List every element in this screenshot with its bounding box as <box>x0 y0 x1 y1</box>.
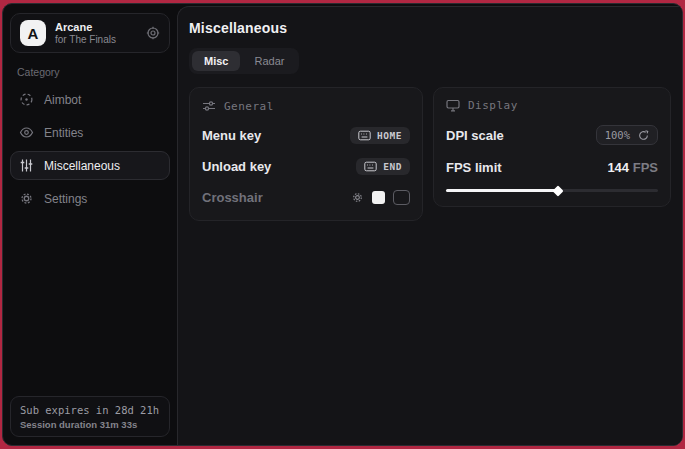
aimbot-crosshair-icon <box>19 92 34 107</box>
menu-key-label: Menu key <box>202 128 261 143</box>
crosshair-color-swatch[interactable] <box>372 191 385 204</box>
category-label: Category <box>17 66 170 78</box>
crosshair-settings-gear-icon[interactable] <box>351 191 364 204</box>
sidebar: A Arcane for The Finals Category <box>3 4 177 445</box>
display-card: Display DPI scale 100% <box>433 87 671 207</box>
sidebar-item-miscellaneous[interactable]: Miscellaneous <box>10 151 170 180</box>
app-logo: A <box>20 20 46 46</box>
sliders-vertical-icon <box>19 158 34 173</box>
fps-limit-label: FPS limit <box>446 160 502 175</box>
brand-card: A Arcane for The Finals <box>10 13 170 53</box>
fps-limit-slider[interactable] <box>446 189 658 192</box>
dpi-scale-label: DPI scale <box>446 128 504 143</box>
entities-eye-icon <box>19 125 34 140</box>
general-card: General Menu key HOME <box>189 87 423 221</box>
sidebar-item-label: Entities <box>44 126 83 140</box>
keyboard-icon <box>358 130 371 141</box>
sliders-horizontal-icon <box>202 99 216 113</box>
sidebar-item-aimbot[interactable]: Aimbot <box>10 85 170 114</box>
monitor-icon <box>446 99 460 112</box>
app-subtitle: for The Finals <box>55 34 116 45</box>
keyboard-icon <box>364 161 377 172</box>
sidebar-item-label: Aimbot <box>44 93 81 107</box>
tab-bar: Misc Radar <box>189 48 299 74</box>
gear-icon <box>19 191 34 206</box>
sidebar-nav: Aimbot Entities <box>10 85 170 213</box>
dpi-scale-control[interactable]: 100% <box>596 125 658 145</box>
sub-expiry-text: Sub expires in 28d 21h <box>20 404 160 416</box>
fps-unit: FPS <box>633 160 658 175</box>
main-panel: Miscellaneous Misc Radar Gene <box>177 6 682 445</box>
dpi-scale-value: 100% <box>605 129 630 141</box>
crosshair-label: Crosshair <box>202 190 263 205</box>
fps-number: 144 <box>607 160 629 175</box>
cards-row: General Menu key HOME <box>189 87 671 221</box>
menu-key-row: Menu key HOME <box>202 126 410 144</box>
unload-key-bind-button[interactable]: END <box>356 158 410 175</box>
app-name: Arcane <box>55 21 116 33</box>
subscription-info-box: Sub expires in 28d 21h Session duration … <box>10 396 170 437</box>
general-card-header: General <box>202 99 410 113</box>
sidebar-item-entities[interactable]: Entities <box>10 118 170 147</box>
crosshair-controls <box>351 190 410 205</box>
display-card-header: Display <box>446 99 658 112</box>
general-card-title: General <box>224 100 274 113</box>
sidebar-item-label: Settings <box>44 192 87 206</box>
session-target-icon[interactable] <box>146 26 160 40</box>
fps-slider-fill <box>446 189 558 192</box>
session-duration-text: Session duration 31m 33s <box>20 419 160 430</box>
tab-misc[interactable]: Misc <box>192 51 240 71</box>
app-window: A Arcane for The Finals Category <box>2 3 683 446</box>
unload-key-value: END <box>383 161 402 172</box>
page-title: Miscellaneous <box>189 20 671 36</box>
menu-key-bind-button[interactable]: HOME <box>350 127 410 144</box>
unload-key-row: Unload key END <box>202 157 410 175</box>
dpi-scale-row: DPI scale 100% <box>446 125 658 145</box>
crosshair-toggle-checkbox[interactable] <box>393 190 410 205</box>
sidebar-item-settings[interactable]: Settings <box>10 184 170 213</box>
fps-limit-value: 144 FPS <box>607 160 658 175</box>
fps-slider-handle[interactable] <box>553 185 564 196</box>
menu-key-value: HOME <box>377 130 402 141</box>
display-card-title: Display <box>468 99 518 112</box>
sidebar-item-label: Miscellaneous <box>44 159 120 173</box>
brand-text: Arcane for The Finals <box>55 21 116 45</box>
refresh-icon[interactable] <box>638 130 649 141</box>
unload-key-label: Unload key <box>202 159 271 174</box>
crosshair-row: Crosshair <box>202 188 410 206</box>
tab-radar[interactable]: Radar <box>242 51 296 71</box>
fps-limit-row: FPS limit 144 FPS <box>446 158 658 176</box>
